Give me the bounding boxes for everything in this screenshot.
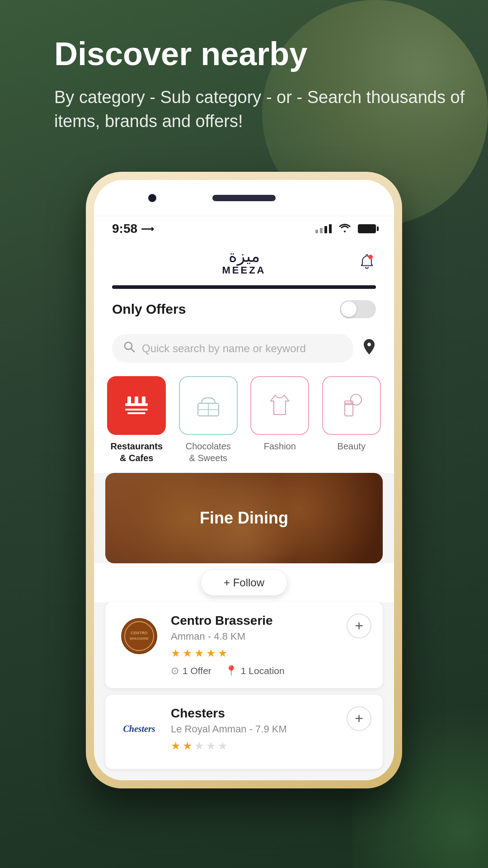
category-icon-box-beauty xyxy=(322,376,381,435)
centro-name: Centro Brasserie xyxy=(171,613,338,628)
phone-top-bar xyxy=(94,180,394,216)
phone-screen: 9:58 ⟶ xyxy=(94,180,394,780)
search-placeholder: Quick search by name or keyword xyxy=(142,342,306,355)
svg-text:CENTRO: CENTRO xyxy=(131,631,148,635)
category-icon-box-restaurants xyxy=(107,376,166,435)
restaurant-card-chesters[interactable]: Chesters Chesters Le Royal Amman - 7.9 K… xyxy=(105,695,383,769)
hero-title: Discover nearby xyxy=(54,36,488,72)
star-5: ★ xyxy=(218,647,228,660)
category-label-restaurants: Restaurants& Cafes xyxy=(110,440,163,464)
svg-rect-5 xyxy=(135,396,138,406)
category-fashion[interactable]: Fashion xyxy=(249,376,311,464)
fine-dining-label: Fine Dining xyxy=(200,509,288,528)
app-logo: ميزة MEEZA xyxy=(222,248,266,276)
svg-line-2 xyxy=(131,349,134,352)
signal-bar-2 xyxy=(320,228,323,233)
location-pin-icon[interactable] xyxy=(362,339,376,358)
battery-icon xyxy=(358,224,376,233)
svg-rect-8 xyxy=(127,412,145,414)
hero-subtitle: By category - Sub category - or - Search… xyxy=(54,85,488,133)
svg-text:BRASSERIE: BRASSERIE xyxy=(130,637,149,641)
centro-location: Amman - 4.8 KM xyxy=(171,631,338,642)
centro-logo: CENTRO BRASSERIE xyxy=(117,613,162,659)
app-header: ميزة MEEZA xyxy=(94,241,394,285)
status-bar: 9:58 ⟶ xyxy=(94,216,394,241)
status-right-icons xyxy=(315,222,376,235)
category-label-beauty: Beauty xyxy=(338,440,366,452)
chesters-stars: ★ ★ ★ ★ ★ xyxy=(171,740,338,752)
signal-icon xyxy=(315,224,332,233)
centro-locations: 📍 1 Location xyxy=(225,665,285,677)
centro-locations-text: 1 Location xyxy=(241,665,285,676)
star-1: ★ xyxy=(171,647,181,660)
category-chocolates[interactable]: Chocolates& Sweets xyxy=(177,376,240,464)
svg-point-15 xyxy=(122,619,156,653)
location-icon: 📍 xyxy=(225,665,237,677)
search-input-wrapper[interactable]: Quick search by name or keyword xyxy=(112,334,353,363)
svg-rect-7 xyxy=(125,409,148,410)
category-label-fashion: Fashion xyxy=(264,440,296,452)
chesters-name: Chesters xyxy=(171,706,338,721)
chesters-logo: Chesters xyxy=(117,706,162,751)
star-4: ★ xyxy=(206,740,216,752)
centro-add-button[interactable]: + xyxy=(347,613,371,638)
signal-bar-1 xyxy=(315,230,318,233)
app-logo-arabic: ميزة xyxy=(222,248,266,264)
front-camera xyxy=(148,194,156,202)
toggle-knob xyxy=(341,302,357,317)
chesters-logo-inner: Chesters xyxy=(119,707,160,751)
centro-meta: ⊙ 1 Offer 📍 1 Location xyxy=(171,665,338,677)
centro-offers: ⊙ 1 Offer xyxy=(171,665,211,677)
category-label-chocolates: Chocolates& Sweets xyxy=(186,440,231,464)
star-1: ★ xyxy=(171,740,181,752)
category-beauty[interactable]: Beauty xyxy=(320,376,383,464)
phone-speaker xyxy=(212,195,276,201)
location-arrow-icon: ⟶ xyxy=(141,223,154,234)
search-icon xyxy=(123,341,135,356)
centro-stars: ★ ★ ★ ★ ★ xyxy=(171,647,338,660)
wifi-icon xyxy=(338,222,351,235)
centro-info: Centro Brasserie Amman - 4.8 KM ★ ★ ★ ★ … xyxy=(171,613,338,677)
offers-icon: ⊙ xyxy=(171,665,179,677)
centro-logo-inner: CENTRO BRASSERIE xyxy=(121,618,157,654)
nav-indicator xyxy=(112,285,376,289)
signal-bar-3 xyxy=(324,226,327,233)
screen-content: Only Offers Quick search xyxy=(94,289,394,780)
star-3: ★ xyxy=(194,740,204,752)
svg-rect-4 xyxy=(127,396,131,406)
chesters-info: Chesters Le Royal Amman - 7.9 KM ★ ★ ★ ★… xyxy=(171,706,338,758)
phone-mockup: 9:58 ⟶ xyxy=(86,172,402,788)
chesters-location: Le Royal Amman - 7.9 KM xyxy=(171,723,338,735)
only-offers-row: Only Offers xyxy=(94,289,394,330)
notification-bell-button[interactable] xyxy=(358,252,376,274)
svg-rect-6 xyxy=(142,396,145,406)
app-logo-latin: MEEZA xyxy=(222,264,266,276)
signal-bar-4 xyxy=(329,224,332,233)
star-5: ★ xyxy=(218,740,228,752)
svg-rect-13 xyxy=(345,403,353,416)
follow-button-wrapper: + Follow xyxy=(94,563,394,602)
star-4: ★ xyxy=(206,647,216,660)
centro-offers-text: 1 Offer xyxy=(183,665,211,676)
category-restaurants[interactable]: Restaurants& Cafes xyxy=(105,376,168,464)
chesters-add-button[interactable]: + xyxy=(347,706,371,731)
svg-text:Chesters: Chesters xyxy=(123,724,155,734)
categories-row: Restaurants& Cafes Chocolates& xyxy=(94,372,394,473)
category-icon-box-chocolates xyxy=(179,376,238,435)
fine-dining-banner[interactable]: Fine Dining xyxy=(105,473,383,563)
svg-point-0 xyxy=(368,255,373,259)
only-offers-label: Only Offers xyxy=(112,302,186,317)
status-time: 9:58 ⟶ xyxy=(112,222,154,236)
category-icon-box-fashion xyxy=(250,376,309,435)
hero-section: Discover nearby By category - Sub catego… xyxy=(54,36,488,134)
star-3: ★ xyxy=(194,647,204,660)
star-2: ★ xyxy=(183,647,192,660)
restaurant-card-centro[interactable]: CENTRO BRASSERIE Centro Brasserie Amman … xyxy=(105,602,383,688)
star-2: ★ xyxy=(183,740,192,752)
follow-button[interactable]: + Follow xyxy=(201,570,287,595)
phone-outer-shell: 9:58 ⟶ xyxy=(86,172,402,788)
search-bar-container: Quick search by name or keyword xyxy=(94,330,394,372)
only-offers-toggle[interactable] xyxy=(340,300,376,318)
